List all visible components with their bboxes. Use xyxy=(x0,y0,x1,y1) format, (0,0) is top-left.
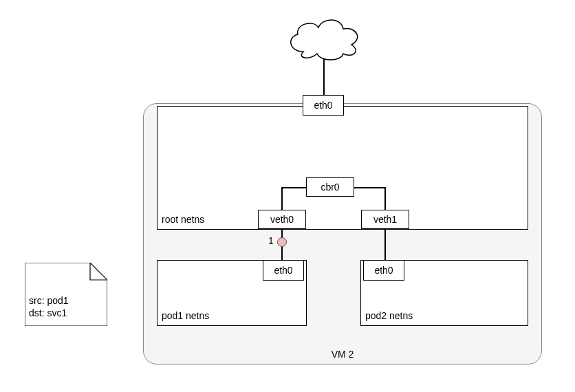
note-line1: src: pod1 xyxy=(29,294,69,307)
veth1-label: veth1 xyxy=(373,214,397,225)
line-cbr0-veth1-v1 xyxy=(384,187,386,210)
line-cbr0-veth0-v1 xyxy=(281,187,283,210)
root-netns-box: root netns xyxy=(157,106,528,230)
line-cbr0-veth0-h xyxy=(281,187,306,188)
line-cbr0-veth1-h xyxy=(354,187,385,188)
root-netns-label: root netns xyxy=(162,214,204,225)
veth1: veth1 xyxy=(361,210,409,229)
line-veth1-pod2eth0 xyxy=(384,229,386,260)
eth0-top-label: eth0 xyxy=(314,100,332,111)
cbr0-label: cbr0 xyxy=(321,182,339,193)
pod2-netns-label: pod2 netns xyxy=(365,310,413,321)
packet-note: src: pod1 dst: svc1 xyxy=(25,263,107,326)
cloud-icon xyxy=(283,14,365,62)
eth0-top: eth0 xyxy=(303,95,344,116)
pod2-eth0-label: eth0 xyxy=(374,265,393,276)
cbr0: cbr0 xyxy=(306,177,354,197)
vm2-label: VM 2 xyxy=(332,349,354,360)
note-line2: dst: svc1 xyxy=(29,307,69,319)
pod1-eth0-label: eth0 xyxy=(274,265,292,276)
marker-1 xyxy=(277,237,287,247)
pod1-eth0: eth0 xyxy=(263,260,304,281)
line-cloud-eth0 xyxy=(323,58,325,96)
veth0: veth0 xyxy=(258,210,306,229)
veth0-label: veth0 xyxy=(270,214,294,225)
pod2-eth0: eth0 xyxy=(363,260,404,281)
marker-1-label: 1 xyxy=(268,235,274,246)
pod1-netns-label: pod1 netns xyxy=(162,310,209,321)
